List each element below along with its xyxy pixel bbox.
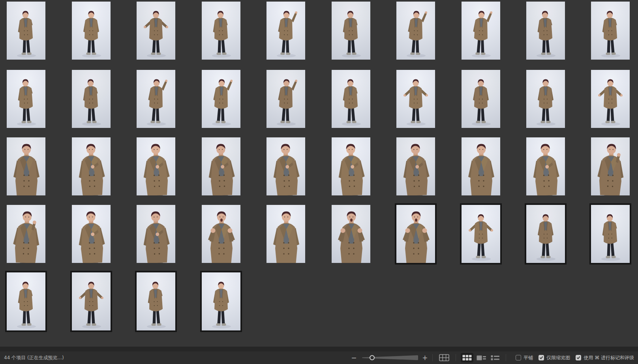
checkbox-box[interactable] (516, 355, 521, 360)
photo-thumbnail[interactable] (202, 137, 240, 195)
photo-thumbnail[interactable] (526, 70, 565, 128)
divider (456, 354, 456, 361)
photo-thumbnail[interactable] (7, 205, 45, 263)
photo-thumbnail[interactable] (462, 2, 500, 60)
divider (432, 354, 433, 361)
photo-thumbnail[interactable] (526, 2, 565, 60)
photo-thumbnail[interactable] (396, 137, 435, 195)
checkbox-box[interactable] (576, 355, 581, 360)
photo-thumbnail[interactable] (266, 205, 305, 263)
photo-thumbnail[interactable] (202, 2, 240, 60)
photo-thumbnail[interactable] (462, 205, 500, 263)
photo-browser-window: 44 个项目 (正在生成预览...) − + (0, 0, 638, 364)
check-icon (576, 356, 580, 360)
item-count-status: 44 个项目 (正在生成预览...) (4, 355, 64, 361)
use-cmd-tag-rate-checkbox-label: 使用 ⌘ 进行标记和评级 (584, 355, 634, 361)
photo-thumbnail[interactable] (137, 137, 175, 195)
photo-thumbnail[interactable] (396, 70, 435, 128)
photo-thumbnail[interactable] (462, 137, 500, 195)
photo-thumbnail[interactable] (72, 70, 111, 128)
thumbnails-only-checkbox[interactable]: 仅限缩览图 (539, 355, 570, 361)
photo-thumbnail[interactable] (526, 137, 565, 195)
photo-thumbnail[interactable] (202, 70, 240, 128)
photo-thumbnail[interactable] (137, 70, 175, 128)
thumbnails-only-checkbox-label: 仅限缩览图 (546, 355, 570, 361)
photo-thumbnail[interactable] (7, 2, 45, 60)
thumbnail-details-icon (477, 355, 486, 361)
photo-thumbnail[interactable] (202, 272, 240, 330)
divider (506, 354, 506, 361)
grid-view-icon (462, 355, 472, 361)
photo-thumbnail[interactable] (72, 137, 111, 195)
list-view-icon (491, 355, 499, 360)
photo-thumbnail[interactable] (526, 205, 565, 263)
slider-knob[interactable] (370, 355, 375, 360)
photo-thumbnail[interactable] (332, 70, 370, 128)
list-view-button[interactable] (489, 353, 501, 362)
grid-statusbar-divider (0, 347, 638, 351)
zoom-in-button[interactable]: + (421, 355, 428, 361)
photo-thumbnail[interactable] (137, 205, 175, 263)
statusbar-right-controls: − + (350, 351, 634, 364)
photo-thumbnail[interactable] (72, 272, 111, 330)
tile-checkbox-label: 平铺 (524, 355, 533, 361)
photo-thumbnail[interactable] (202, 205, 240, 263)
thumbnail-size-slider[interactable] (362, 354, 418, 361)
photo-thumbnail[interactable] (266, 2, 305, 60)
photo-thumbnail[interactable] (332, 137, 370, 195)
photo-thumbnail[interactable] (266, 70, 305, 128)
photo-thumbnail[interactable] (462, 70, 500, 128)
tile-checkbox[interactable]: 平铺 (516, 355, 533, 361)
thumbnail-grid (0, 0, 638, 347)
grid-view-button[interactable] (461, 353, 473, 362)
photo-thumbnail[interactable] (396, 2, 435, 60)
photo-thumbnail[interactable] (72, 2, 111, 60)
use-cmd-tag-rate-checkbox[interactable]: 使用 ⌘ 进行标记和评级 (576, 355, 634, 361)
photo-thumbnail[interactable] (396, 205, 435, 263)
photo-thumbnail[interactable] (7, 272, 45, 330)
check-icon (539, 356, 543, 360)
photo-thumbnail[interactable] (591, 137, 630, 195)
survey-view-button[interactable] (437, 353, 451, 362)
photo-thumbnail[interactable] (591, 205, 630, 263)
zoom-out-button[interactable]: − (350, 355, 357, 361)
photo-thumbnail[interactable] (7, 70, 45, 128)
checkbox-box[interactable] (539, 355, 544, 360)
photo-thumbnail[interactable] (591, 70, 630, 128)
thumbnail-details-view-button[interactable] (475, 353, 488, 362)
photo-thumbnail[interactable] (332, 205, 370, 263)
photo-thumbnail[interactable] (137, 272, 175, 330)
photo-thumbnail[interactable] (591, 2, 630, 60)
status-bar: 44 个项目 (正在生成预览...) − + (0, 351, 638, 364)
photo-thumbnail[interactable] (7, 137, 45, 195)
photo-thumbnail[interactable] (137, 2, 175, 60)
survey-grid-icon (439, 354, 449, 361)
photo-thumbnail[interactable] (72, 205, 111, 263)
photo-thumbnail[interactable] (332, 2, 370, 60)
photo-thumbnail[interactable] (266, 137, 305, 195)
